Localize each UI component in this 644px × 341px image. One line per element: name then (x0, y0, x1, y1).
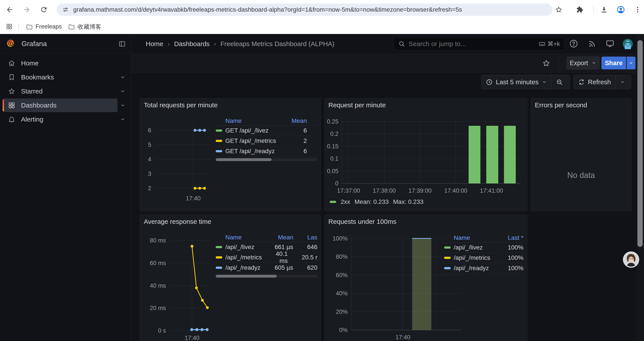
panel-title[interactable]: Total requests per minute (144, 101, 218, 109)
svg-text:17:41:00: 17:41:00 (480, 187, 503, 194)
download-icon[interactable] (600, 6, 608, 14)
legend-row[interactable]: /api/_/metrics100% (444, 253, 524, 263)
share-button[interactable]: Share (602, 57, 626, 69)
sidebar-item-dashboards[interactable]: Dashboards (3, 99, 118, 112)
column-header-name[interactable]: Name (225, 117, 278, 124)
help-icon[interactable] (569, 39, 578, 48)
bell-icon (8, 116, 15, 123)
legend-item-2xx[interactable]: 2xx Mean: 0.233 Max: 0.233 (330, 198, 424, 205)
legend-row[interactable]: /api/_/readyz605 µs620 (216, 263, 318, 273)
panel-title[interactable]: Errors per second (535, 101, 587, 109)
sidebar-item-bookmarks[interactable]: Bookmarks (3, 71, 118, 84)
address-bar[interactable]: grafana.mathmast.com/d/deytv4rwavabkb/fr… (56, 4, 552, 16)
legend-row[interactable]: GET /api/_/metrics2 (216, 136, 318, 146)
bookmark-folder-label: Freeleaps (36, 23, 62, 30)
sidebar-item-alerting[interactable]: Alerting (3, 113, 118, 126)
chevron-down-icon (620, 80, 625, 85)
svg-text:40%: 40% (336, 290, 348, 297)
panel-title[interactable]: Requests under 100ms (328, 218, 396, 225)
legend-h-scrollbar[interactable] (216, 158, 318, 161)
browser-menu-icon[interactable] (634, 6, 641, 14)
active-accent-bar (3, 99, 4, 111)
reload-icon[interactable] (40, 6, 48, 14)
column-header-mean[interactable]: Mean (278, 117, 307, 124)
column-header-mean[interactable]: Mean (270, 234, 293, 241)
panel-average-response-time: Average response time 0 s20 ms40 ms60 ms… (140, 215, 321, 341)
rss-news-icon[interactable] (588, 39, 597, 48)
series-name: /api/_/readyz (225, 264, 270, 271)
series-color-pill (216, 129, 222, 132)
svg-text:17:38:00: 17:38:00 (373, 187, 396, 194)
sidebar-item-starred[interactable]: Starred (3, 85, 118, 98)
svg-text:4: 4 (148, 156, 151, 163)
sidebar-item-label: Dashboards (21, 102, 56, 109)
refresh-button[interactable]: Refresh (574, 75, 615, 89)
legend-header-row: NameMeanLas (216, 233, 318, 242)
sidebar-nav: HomeBookmarksStarredDashboardsAlerting (0, 54, 131, 341)
search-input[interactable] (408, 40, 535, 48)
panel-errors-per-second: Errors per second No data (531, 98, 632, 211)
request-per-minute-chart[interactable]: 00.050.10.150.20.2517:37:0017:38:0017:39… (326, 117, 525, 205)
apps-grid-icon[interactable] (6, 23, 13, 30)
back-icon[interactable] (6, 6, 14, 14)
average-response-time-chart[interactable]: 0 s20 ms40 ms60 ms80 ms17:40 (144, 232, 214, 341)
legend-row[interactable]: GET /api/_/livez6 (216, 126, 318, 136)
expand-chevron[interactable] (118, 99, 128, 112)
monitor-icon[interactable] (606, 39, 615, 48)
legend-h-scrollbar[interactable] (216, 275, 318, 278)
sidebar-item-label: Bookmarks (21, 74, 54, 81)
column-header-last[interactable]: Las (307, 234, 317, 241)
scrollbar-thumb[interactable] (638, 40, 643, 247)
legend-table: NameMeanGET /api/_/livez6GET /api/_/metr… (216, 116, 318, 161)
expand-chevron[interactable] (118, 85, 128, 98)
zoom-out-button[interactable] (552, 75, 567, 89)
sidebar-item-home[interactable]: Home (3, 56, 128, 70)
forward-icon[interactable] (23, 6, 31, 14)
profile-icon[interactable] (616, 5, 625, 14)
legend-row[interactable]: /api/_/livez100% (444, 242, 524, 253)
extensions-icon[interactable] (576, 6, 584, 14)
grafana-logo[interactable] (6, 38, 16, 49)
legend-row[interactable]: GET /api/_/readyz6 (216, 146, 318, 156)
svg-text:0 s: 0 s (158, 327, 166, 334)
brand-name[interactable]: Grafana (22, 40, 47, 48)
assistant-avatar[interactable] (623, 251, 639, 268)
breadcrumb-separator: › (168, 40, 170, 47)
legend-row[interactable]: /api/_/readyz100% (444, 263, 524, 273)
home-icon (8, 60, 15, 67)
panel-title[interactable]: Average response time (144, 218, 211, 225)
breadcrumb-item[interactable]: Dashboards (174, 40, 210, 48)
export-button[interactable]: Export (566, 57, 600, 69)
search-box[interactable]: ⌘+k (394, 37, 565, 51)
apps-icon (8, 102, 15, 109)
user-avatar[interactable] (622, 39, 633, 49)
time-controls-bar: Last 5 minutes Refresh (131, 73, 644, 92)
actions-divider (560, 57, 560, 70)
series-last: 100% (499, 254, 524, 261)
svg-text:17:40: 17:40 (396, 334, 410, 340)
panel-title[interactable]: Request per minute (328, 101, 386, 109)
favorite-star-icon[interactable] (542, 59, 550, 67)
column-header-last[interactable]: Last * (499, 234, 524, 241)
zoom-out-icon (556, 79, 563, 86)
refresh-interval-dropdown[interactable] (616, 75, 630, 89)
dock-menu-icon[interactable] (118, 40, 126, 48)
expand-chevron[interactable] (118, 113, 128, 126)
column-header-name[interactable]: Name (225, 234, 270, 241)
svg-text:80 ms: 80 ms (150, 237, 166, 244)
bookmark-folder-freeleaps[interactable]: Freeleaps (26, 19, 62, 34)
bookmark-star-icon[interactable] (555, 6, 562, 14)
breadcrumb-item[interactable]: Home (146, 40, 163, 48)
total-requests-chart[interactable]: 2345617:40 (142, 119, 214, 202)
tune-icon[interactable] (62, 6, 69, 13)
column-header-name[interactable]: Name (454, 234, 499, 241)
bookmark-folder-blogs[interactable]: 收藏博客 (68, 19, 101, 34)
series-name: /api/_/metrics (225, 254, 267, 261)
expand-chevron[interactable] (118, 71, 128, 84)
series-last: 620 (307, 264, 318, 271)
sidebar-item-label: Home (21, 60, 38, 67)
time-range-picker[interactable]: Last 5 minutes (481, 75, 551, 89)
svg-text:0%: 0% (339, 327, 348, 333)
legend-row[interactable]: /api/_/metrics40.1 ms20.5 r (216, 252, 318, 263)
share-dropdown-button[interactable] (627, 57, 636, 69)
